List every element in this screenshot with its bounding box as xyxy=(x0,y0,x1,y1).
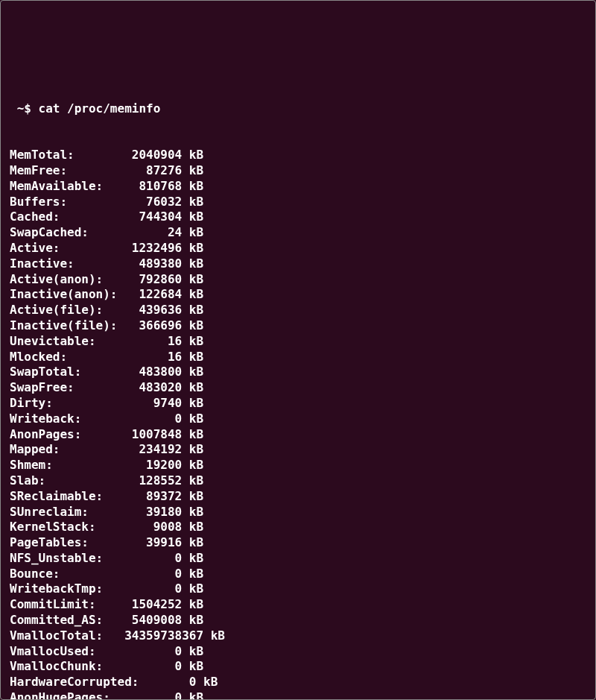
meminfo-value: 1504252 xyxy=(124,597,182,613)
meminfo-value: 1232496 xyxy=(124,241,182,256)
meminfo-value: 439636 xyxy=(124,303,182,318)
meminfo-unit: kB xyxy=(182,163,203,179)
meminfo-label: Shmem: xyxy=(10,458,124,473)
terminal-output: ~$ cat /proc/meminfo MemTotal: 2040904 k… xyxy=(10,70,586,700)
meminfo-row: NFS_Unstable: 0 kB xyxy=(10,551,586,567)
meminfo-unit: kB xyxy=(182,179,203,195)
meminfo-unit: kB xyxy=(182,256,203,272)
meminfo-label: KernelStack: xyxy=(10,520,124,535)
meminfo-unit: kB xyxy=(182,365,203,380)
meminfo-label: Committed_AS: xyxy=(10,613,124,628)
meminfo-unit: kB xyxy=(182,272,203,288)
meminfo-row: SUnreclaim: 39180 kB xyxy=(10,505,586,520)
meminfo-unit: kB xyxy=(182,520,203,535)
meminfo-value: 34359738367 xyxy=(124,628,203,644)
meminfo-value: 489380 xyxy=(124,256,182,272)
meminfo-row: SwapTotal: 483800 kB xyxy=(10,365,586,380)
meminfo-label: Active(anon): xyxy=(10,272,124,288)
meminfo-label: HardwareCorrupted: xyxy=(10,675,139,690)
meminfo-value: 16 xyxy=(124,334,182,350)
meminfo-row: Mapped: 234192 kB xyxy=(10,442,586,458)
meminfo-value: 0 xyxy=(124,567,182,582)
meminfo-value: 39180 xyxy=(124,505,182,520)
meminfo-label: AnonHugePages: xyxy=(10,690,124,700)
meminfo-label: Active: xyxy=(10,241,124,256)
meminfo-label: WritebackTmp: xyxy=(10,581,124,597)
meminfo-value: 483800 xyxy=(124,365,182,380)
meminfo-unit: kB xyxy=(182,581,203,597)
meminfo-row: Cached: 744304 kB xyxy=(10,209,586,225)
meminfo-row: SwapCached: 24 kB xyxy=(10,225,586,241)
meminfo-label: Mlocked: xyxy=(10,350,124,365)
meminfo-label: VmallocChunk: xyxy=(10,659,124,675)
meminfo-value: 9008 xyxy=(124,520,182,535)
meminfo-label: SwapCached: xyxy=(10,225,124,241)
meminfo-value: 0 xyxy=(124,581,182,597)
meminfo-value: 234192 xyxy=(124,442,182,458)
meminfo-label: MemAvailable: xyxy=(10,179,124,195)
meminfo-row: VmallocChunk: 0 kB xyxy=(10,659,586,675)
meminfo-row: Active(file): 439636 kB xyxy=(10,303,586,318)
shell-command: cat /proc/meminfo xyxy=(39,101,161,117)
meminfo-unit: kB xyxy=(182,551,203,567)
meminfo-value: 810768 xyxy=(124,179,182,195)
meminfo-unit: kB xyxy=(182,412,203,427)
meminfo-unit: kB xyxy=(182,644,203,660)
meminfo-unit: kB xyxy=(182,334,203,350)
meminfo-row: SReclaimable: 89372 kB xyxy=(10,489,586,505)
meminfo-value: 9740 xyxy=(124,396,182,412)
meminfo-unit: kB xyxy=(182,690,203,700)
meminfo-unit: kB xyxy=(182,613,203,628)
meminfo-unit: kB xyxy=(182,442,203,458)
meminfo-unit: kB xyxy=(182,225,203,241)
meminfo-value: 87276 xyxy=(124,163,182,179)
meminfo-label: VmallocTotal: xyxy=(10,628,124,644)
meminfo-row: AnonHugePages: 0 kB xyxy=(10,690,586,700)
meminfo-label: Cached: xyxy=(10,209,124,225)
meminfo-value: 744304 xyxy=(124,209,182,225)
meminfo-row: Writeback: 0 kB xyxy=(10,412,586,427)
meminfo-row: MemTotal: 2040904 kB xyxy=(10,148,586,163)
meminfo-value: 5409008 xyxy=(124,613,182,628)
meminfo-row: Inactive: 489380 kB xyxy=(10,256,586,272)
meminfo-label: Unevictable: xyxy=(10,334,124,350)
meminfo-label: PageTables: xyxy=(10,535,124,551)
meminfo-row: VmallocUsed: 0 kB xyxy=(10,644,586,660)
meminfo-label: Dirty: xyxy=(10,396,124,412)
meminfo-label: Inactive(anon): xyxy=(10,287,124,303)
meminfo-row: Mlocked: 16 kB xyxy=(10,350,586,365)
meminfo-unit: kB xyxy=(182,535,203,551)
command-prompt-line[interactable]: ~$ cat /proc/meminfo xyxy=(10,101,586,117)
meminfo-row: Inactive(anon): 122684 kB xyxy=(10,287,586,303)
meminfo-value: 122684 xyxy=(124,287,182,303)
meminfo-label: CommitLimit: xyxy=(10,597,124,613)
meminfo-row: VmallocTotal: 34359738367 kB xyxy=(10,628,586,644)
meminfo-unit: kB xyxy=(182,350,203,365)
meminfo-value: 483020 xyxy=(124,380,182,396)
meminfo-value: 24 xyxy=(124,225,182,241)
meminfo-row: Active: 1232496 kB xyxy=(10,241,586,256)
meminfo-value: 0 xyxy=(139,675,196,690)
meminfo-row: Bounce: 0 kB xyxy=(10,567,586,582)
meminfo-label: Bounce: xyxy=(10,567,124,582)
meminfo-unit: kB xyxy=(182,241,203,256)
meminfo-unit: kB xyxy=(182,489,203,505)
meminfo-value: 0 xyxy=(124,690,182,700)
meminfo-unit: kB xyxy=(182,303,203,318)
meminfo-row: Inactive(file): 366696 kB xyxy=(10,318,586,334)
meminfo-value: 366696 xyxy=(124,318,182,334)
meminfo-label: Buffers: xyxy=(10,195,124,210)
meminfo-unit: kB xyxy=(182,473,203,489)
meminfo-row: Slab: 128552 kB xyxy=(10,473,586,489)
meminfo-row: Committed_AS: 5409008 kB xyxy=(10,613,586,628)
meminfo-label: SwapFree: xyxy=(10,380,124,396)
meminfo-label: SReclaimable: xyxy=(10,489,124,505)
meminfo-unit: kB xyxy=(182,427,203,443)
meminfo-row: HardwareCorrupted: 0 kB xyxy=(10,675,586,690)
meminfo-label: Active(file): xyxy=(10,303,124,318)
meminfo-unit: kB xyxy=(182,659,203,675)
meminfo-label: Slab: xyxy=(10,473,124,489)
meminfo-row: KernelStack: 9008 kB xyxy=(10,520,586,535)
meminfo-row: Buffers: 76032 kB xyxy=(10,195,586,210)
meminfo-label: Inactive(file): xyxy=(10,318,124,334)
